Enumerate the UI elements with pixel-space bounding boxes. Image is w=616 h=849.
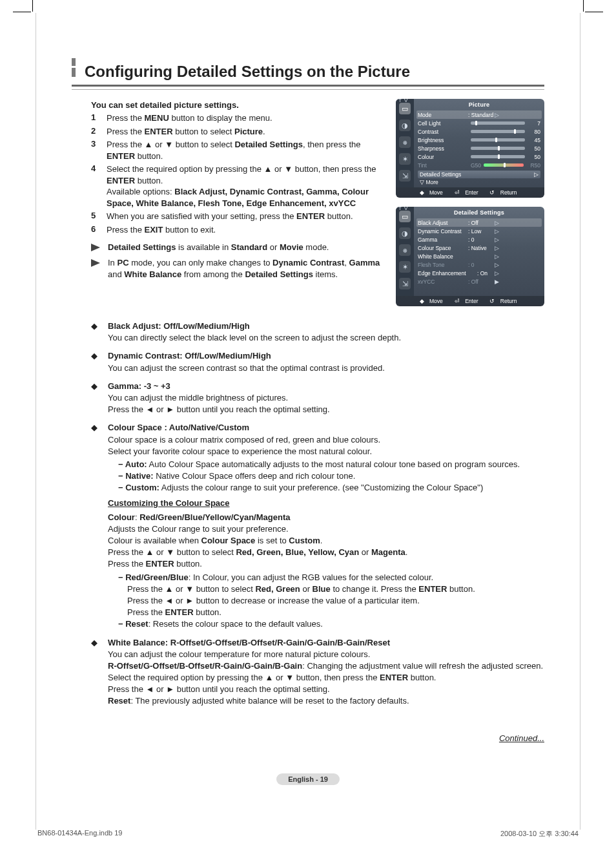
bullet-white-balance: White Balance: R-Offset/G-Offset/B-Offse… bbox=[91, 637, 544, 708]
note-1: Detailed Settings is available in Standa… bbox=[91, 242, 380, 253]
page-content: Configuring Detailed Settings on the Pic… bbox=[36, 13, 580, 830]
osd-picture: T V ▭ ◑ ⎈ ✶ ⇲ Picture Mode: Standard▷ bbox=[396, 99, 544, 198]
setup-icon: ✶ bbox=[399, 153, 411, 165]
heading-ornament bbox=[72, 58, 76, 77]
continued-label: Continued... bbox=[72, 733, 544, 743]
osd-side-icons: ▭ ◑ ⎈ ✶ ⇲ bbox=[396, 207, 414, 296]
bullet-black-adjust: Black Adjust: Off/Low/Medium/High You ca… bbox=[91, 320, 544, 344]
step-4: Select the required option by pressing t… bbox=[107, 163, 380, 209]
divider bbox=[72, 85, 544, 90]
sound-icon: ◑ bbox=[399, 120, 411, 131]
step-2: Press the ENTER button to select Picture… bbox=[107, 126, 380, 138]
notes-list: Detailed Settings is available in Standa… bbox=[91, 242, 380, 280]
print-file: BN68-01434A-Eng.indb 19 bbox=[37, 829, 122, 839]
step-1: Press the MENU button to display the men… bbox=[107, 112, 380, 124]
osd-detailed-settings: T V ▭ ◑ ⎈ ✶ ⇲ Detailed Settings Black Ad… bbox=[396, 207, 544, 306]
bullet-dynamic-contrast: Dynamic Contrast: Off/Low/Medium/High Yo… bbox=[91, 350, 544, 373]
osd-screenshots: T V ▭ ◑ ⎈ ✶ ⇲ Picture Mode: Standard▷ bbox=[396, 99, 544, 315]
page-number: English - 19 bbox=[72, 774, 544, 784]
steps-list: 1 Press the MENU button to display the m… bbox=[91, 112, 380, 235]
osd-foot: ◆ Move⏎ Enter↺ Return bbox=[396, 296, 544, 306]
sound-icon: ◑ bbox=[399, 227, 411, 239]
input-icon: ⇲ bbox=[399, 278, 411, 289]
step-3: Press the ▲ or ▼ button to select Detail… bbox=[107, 139, 380, 162]
step-5: When you are satisfied with your setting… bbox=[107, 211, 380, 222]
setup-icon: ✶ bbox=[399, 261, 411, 273]
print-footer: BN68-01434A-Eng.indb 19 2008-03-10 오후 3:… bbox=[37, 829, 579, 839]
osd-foot: ◆ Move⏎ Enter↺ Return bbox=[396, 187, 544, 198]
detail-bullets: Black Adjust: Off/Low/Medium/High You ca… bbox=[91, 320, 544, 708]
intro-text: You can set detailed picture settings. bbox=[91, 100, 380, 110]
channel-icon: ⎈ bbox=[399, 136, 411, 148]
channel-icon: ⎈ bbox=[399, 244, 411, 256]
page-title: Configuring Detailed Settings on the Pic… bbox=[85, 63, 410, 81]
section-heading: Configuring Detailed Settings on the Pic… bbox=[72, 58, 544, 81]
bullet-gamma: Gamma: -3 ~ +3 You can adjust the middle… bbox=[91, 381, 544, 416]
osd-side-icons: ▭ ◑ ⎈ ✶ ⇲ bbox=[396, 99, 414, 187]
bullet-colour-space: Colour Space : Auto/Native/Custom Colour… bbox=[91, 422, 544, 630]
step-6: Press the EXIT button to exit. bbox=[107, 224, 380, 236]
picture-icon: ▭ bbox=[399, 103, 411, 114]
note-2: In PC mode, you can only make changes to… bbox=[91, 257, 380, 280]
input-icon: ⇲ bbox=[399, 170, 411, 182]
print-timestamp: 2008-03-10 오후 3:30:44 bbox=[500, 829, 579, 839]
picture-icon: ▭ bbox=[399, 211, 411, 222]
